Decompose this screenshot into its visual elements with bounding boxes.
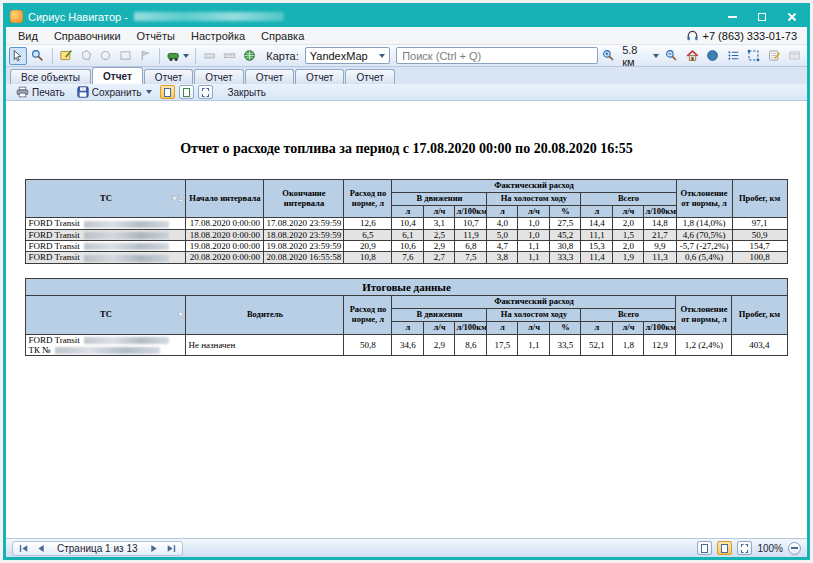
prev-page-button[interactable] <box>34 542 48 554</box>
save-label: Сохранить <box>92 87 142 98</box>
route-tool-button <box>201 47 219 65</box>
legend-list-icon <box>727 49 740 62</box>
legend-list-button[interactable] <box>724 47 742 65</box>
table-cell: 33,5 <box>550 334 581 356</box>
layers-globe-button[interactable] <box>240 47 258 65</box>
table-cell: 18.08.2020 0:00:00 <box>186 229 264 240</box>
table-cell: 10,6 <box>392 240 424 251</box>
zoom-in-button[interactable] <box>600 47 618 65</box>
tc2-header-label: ТС <box>100 310 112 320</box>
view-page-layout-button[interactable] <box>717 541 732 555</box>
ellipse-tool-icon <box>99 49 112 62</box>
toolbar-separator <box>159 48 160 64</box>
table-cell: 1,9 <box>613 252 644 263</box>
col-header-mileage2: Пробег, км <box>732 296 787 334</box>
col-header-total: Всего <box>581 192 676 205</box>
home-button[interactable] <box>683 47 701 65</box>
first-page-button[interactable] <box>17 542 31 554</box>
notes-button[interactable] <box>765 47 783 65</box>
ellipse-tool-button <box>97 47 115 65</box>
maximize-button[interactable] <box>747 6 777 27</box>
tab-0[interactable]: Все объекты <box>10 69 91 84</box>
map-draw-button[interactable] <box>57 47 75 65</box>
map-provider-combobox[interactable]: YandexMap <box>305 47 390 64</box>
vehicle-name: FORD Transit <box>28 252 79 262</box>
col-header-tc2[interactable]: ТС ▾ <box>26 296 186 334</box>
polygon-tool-icon <box>80 49 93 62</box>
table-cell: 1,0 <box>518 218 550 229</box>
last-page-button[interactable] <box>164 542 178 554</box>
page-single-icon <box>183 88 190 97</box>
col-header-moving: В движении <box>392 192 487 205</box>
print-label: Печать <box>32 87 65 98</box>
view-normal-button[interactable] <box>697 541 712 555</box>
col-header-end[interactable]: Окончание интервала <box>264 180 344 218</box>
table-cell: 97,1 <box>732 218 787 229</box>
col-header-tc[interactable]: ТС ▾ 2 <box>26 180 186 218</box>
table-cell: 20,9 <box>344 240 392 251</box>
table-cell: 3,8 <box>487 252 518 263</box>
redacted-text <box>84 255 169 262</box>
view-single-page-button[interactable] <box>179 85 194 99</box>
zoom-level: 100% <box>757 543 783 554</box>
tab-1-active[interactable]: Отчет <box>92 67 143 84</box>
map-draw-icon <box>60 49 73 62</box>
menu-nastroyka[interactable]: Настройка <box>183 27 253 44</box>
table-cell: 45,2 <box>550 229 581 240</box>
table-cell: 12,9 <box>644 334 676 356</box>
prev-page-icon <box>37 544 45 553</box>
table-cell: 14,4 <box>581 218 613 229</box>
table-cell: 1,1 <box>518 240 550 251</box>
print-button[interactable]: Печать <box>12 85 69 100</box>
view-fit-page-button[interactable] <box>198 85 213 99</box>
tab-3[interactable]: Отчет <box>194 69 243 84</box>
tab-4[interactable]: Отчет <box>245 69 294 84</box>
menu-spravochniki[interactable]: Справочники <box>46 27 129 44</box>
headset-icon <box>686 30 699 42</box>
redacted-text <box>55 347 160 354</box>
next-page-button[interactable] <box>147 542 161 554</box>
home-icon <box>686 49 699 62</box>
save-button[interactable]: Сохранить <box>73 85 157 100</box>
zoom-search-button[interactable] <box>29 47 47 65</box>
view-actual-size-button[interactable] <box>160 85 175 99</box>
table-cell: 9,9 <box>644 240 676 251</box>
page-actual-icon <box>164 88 171 97</box>
table-cell: 2,9 <box>424 240 455 251</box>
col-header-start[interactable]: Начало интервала <box>186 180 264 218</box>
zoom-out-button[interactable] <box>663 47 681 65</box>
close-report-button[interactable]: Закрыть <box>223 85 270 100</box>
map-scale-dropdown[interactable]: 5.8 км <box>620 44 660 68</box>
table-cell: 1,8 (14,0%) <box>676 218 732 229</box>
table-cell: 20.08.2020 0:00:00 <box>186 252 264 263</box>
globe-button[interactable] <box>704 47 722 65</box>
selection-frame-button[interactable] <box>745 47 763 65</box>
redacted-text <box>84 243 169 250</box>
menu-otchety[interactable]: Отчёты <box>129 27 183 44</box>
table-cell: 6,1 <box>392 229 424 240</box>
tab-6[interactable]: Отчет <box>345 69 394 84</box>
menu-vid[interactable]: Вид <box>10 27 46 44</box>
search-input[interactable] <box>396 47 597 64</box>
table-cell: 154,7 <box>732 240 787 251</box>
vehicle-name: FORD Transit <box>28 230 79 240</box>
ruler-tool-icon <box>223 49 236 62</box>
vehicles-button[interactable] <box>165 47 190 65</box>
zoom-in-icon <box>602 49 615 62</box>
close-icon <box>787 12 797 22</box>
table-cell: 100,8 <box>732 252 787 263</box>
table-cell: 2,5 <box>424 229 455 240</box>
tab-5[interactable]: Отчет <box>295 69 344 84</box>
table-cell: 6,5 <box>344 229 392 240</box>
minimize-button[interactable] <box>717 6 747 27</box>
view-thumbnails-button[interactable] <box>737 541 752 555</box>
table-cell: 1,0 <box>518 229 550 240</box>
zoom-out-slider-button[interactable] <box>788 542 801 555</box>
table-cell: 403,4 <box>732 334 787 356</box>
pan-hand-button[interactable] <box>9 47 27 65</box>
tab-2[interactable]: Отчет <box>144 69 193 84</box>
sort-indicator: ▾ <box>178 310 182 319</box>
close-button[interactable] <box>777 6 807 27</box>
vehicle-tk-number: ТК № <box>28 345 183 355</box>
menu-spravka[interactable]: Справка <box>253 27 312 44</box>
